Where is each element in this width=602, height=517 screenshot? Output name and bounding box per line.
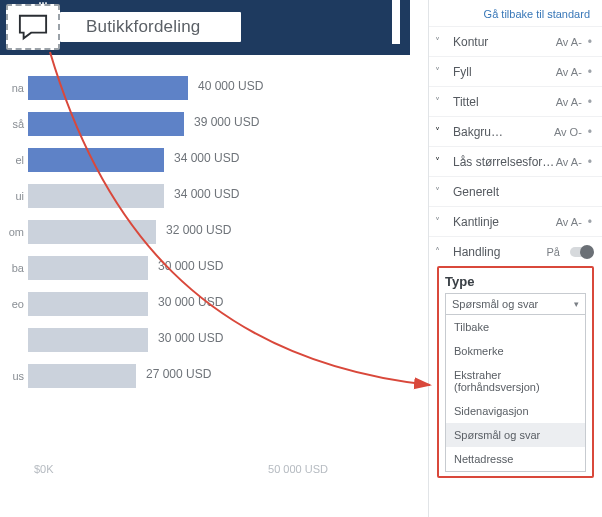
bar-value-label: 27 000 USD bbox=[146, 367, 211, 381]
bar[interactable] bbox=[28, 76, 188, 100]
bar-category-label: ui bbox=[0, 190, 28, 202]
type-selected-label: Spørsmål og svar bbox=[452, 298, 538, 310]
format-section[interactable]: ˅Lås størrelsesfor…Av A-• bbox=[429, 146, 602, 176]
speech-bubble-icon bbox=[18, 13, 48, 41]
bar-row: ui34 000 USD bbox=[0, 178, 370, 214]
bar-value-label: 32 000 USD bbox=[166, 223, 231, 237]
x-axis: $0K 50 000 USD bbox=[28, 463, 368, 475]
chevron-down-icon: ˅ bbox=[435, 216, 449, 227]
bar-wrap: 30 000 USD bbox=[28, 292, 370, 316]
bar-category-label: el bbox=[0, 154, 28, 166]
section-name: Fyll bbox=[453, 65, 556, 79]
report-canvas: Butikkfordeling na40 000 USDså39 000 USD… bbox=[0, 0, 410, 517]
section-name: Kantlinje bbox=[453, 215, 556, 229]
bar[interactable] bbox=[28, 184, 164, 208]
section-state: Av A- bbox=[556, 36, 582, 48]
bar-category-label: om bbox=[0, 226, 28, 238]
bar-value-label: 30 000 USD bbox=[158, 331, 223, 345]
chevron-up-icon: ˄ bbox=[435, 246, 449, 257]
chevron-down-icon: ˅ bbox=[435, 186, 449, 197]
section-name: Bakgru… bbox=[453, 125, 554, 139]
toggle-on[interactable] bbox=[570, 247, 592, 257]
format-section[interactable]: ˅Generelt bbox=[429, 176, 602, 206]
bar-row: om32 000 USD bbox=[0, 214, 370, 250]
chevron-down-icon: ˅ bbox=[435, 36, 449, 47]
action-type-box: Type Spørsmål og svar ▾ TilbakeBokmerkeE… bbox=[437, 266, 594, 478]
state-dot-icon: • bbox=[588, 65, 592, 79]
bar-category-label: ba bbox=[0, 262, 28, 274]
format-panel: Gå tilbake til standard ˅KonturAv A-•˅Fy… bbox=[428, 0, 602, 517]
section-name: Lås størrelsesfor… bbox=[453, 155, 556, 169]
bar-wrap: 34 000 USD bbox=[28, 148, 370, 172]
type-option[interactable]: Ekstraher (forhåndsversjon) bbox=[446, 363, 585, 399]
section-name: Tittel bbox=[453, 95, 556, 109]
bar[interactable] bbox=[28, 328, 148, 352]
section-state: Av A- bbox=[556, 96, 582, 108]
chevron-down-icon: ˅ bbox=[435, 66, 449, 77]
bar[interactable] bbox=[28, 292, 148, 316]
bar-wrap: 39 000 USD bbox=[28, 112, 370, 136]
type-option[interactable]: Nettadresse bbox=[446, 447, 585, 471]
bar[interactable] bbox=[28, 148, 164, 172]
bar-row: eo30 000 USD bbox=[0, 286, 370, 322]
bar-value-label: 40 000 USD bbox=[198, 79, 263, 93]
bar[interactable] bbox=[28, 112, 184, 136]
bar-wrap: 30 000 USD bbox=[28, 256, 370, 280]
reset-to-default-link[interactable]: Gå tilbake til standard bbox=[429, 0, 602, 26]
type-dropdown-menu: TilbakeBokmerkeEkstraher (forhåndsversjo… bbox=[445, 315, 586, 472]
format-section[interactable]: ˅KonturAv A-• bbox=[429, 26, 602, 56]
format-section[interactable]: ˅Bakgru…Av O-• bbox=[429, 116, 602, 146]
visual-title-banner: Butikkfordeling bbox=[60, 12, 241, 42]
bar-value-label: 34 000 USD bbox=[174, 187, 239, 201]
bar-category-label: så bbox=[0, 118, 28, 130]
bar-value-label: 34 000 USD bbox=[174, 151, 239, 165]
section-name: Kontur bbox=[453, 35, 556, 49]
state-dot-icon: • bbox=[588, 95, 592, 109]
section-state: Av A- bbox=[556, 66, 582, 78]
section-name: Handling bbox=[453, 245, 547, 259]
qna-icon-frame[interactable] bbox=[6, 4, 60, 50]
chevron-down-icon: ▾ bbox=[574, 299, 579, 309]
bar-row: 30 000 USD bbox=[0, 322, 370, 358]
state-dot-icon: • bbox=[588, 215, 592, 229]
section-state: Av A- bbox=[556, 216, 582, 228]
type-option[interactable]: Sidenavigasjon bbox=[446, 399, 585, 423]
chevron-down-icon: ˅ bbox=[435, 126, 449, 137]
bar[interactable] bbox=[28, 364, 136, 388]
bar-wrap: 32 000 USD bbox=[28, 220, 370, 244]
type-option[interactable]: Spørsmål og svar bbox=[446, 423, 585, 447]
section-state: På bbox=[547, 246, 560, 258]
format-section[interactable]: ˅KantlinjeAv A-• bbox=[429, 206, 602, 236]
axis-tick-min: $0K bbox=[34, 463, 54, 475]
section-name: Generelt bbox=[453, 185, 592, 199]
bar-category-label: eo bbox=[0, 298, 28, 310]
bar-category-label: na bbox=[0, 82, 28, 94]
bar-row: ba30 000 USD bbox=[0, 250, 370, 286]
section-state: Av A- bbox=[556, 156, 582, 168]
bar[interactable] bbox=[28, 256, 148, 280]
type-header: Type bbox=[445, 274, 586, 289]
bar-wrap: 30 000 USD bbox=[28, 328, 370, 352]
bar-row: na40 000 USD bbox=[0, 70, 370, 106]
axis-tick-max: 50 000 USD bbox=[268, 463, 328, 475]
type-select[interactable]: Spørsmål og svar ▾ bbox=[445, 293, 586, 315]
visual-title: Butikkfordeling bbox=[86, 17, 201, 37]
section-state: Av O- bbox=[554, 126, 582, 138]
format-section[interactable]: ˅FyllAv A-• bbox=[429, 56, 602, 86]
type-option[interactable]: Bokmerke bbox=[446, 339, 585, 363]
bar[interactable] bbox=[28, 220, 156, 244]
bar-chart: na40 000 USDså39 000 USDel34 000 USDui34… bbox=[0, 70, 370, 394]
bar-value-label: 39 000 USD bbox=[194, 115, 259, 129]
bar-row: el34 000 USD bbox=[0, 142, 370, 178]
type-option[interactable]: Tilbake bbox=[446, 315, 585, 339]
bar-row: us27 000 USD bbox=[0, 358, 370, 394]
bar-row: så39 000 USD bbox=[0, 106, 370, 142]
bar-value-label: 30 000 USD bbox=[158, 295, 223, 309]
format-section[interactable]: ˄HandlingPå bbox=[429, 236, 602, 266]
bar-wrap: 27 000 USD bbox=[28, 364, 370, 388]
state-dot-icon: • bbox=[588, 155, 592, 169]
format-section[interactable]: ˅TittelAv A-• bbox=[429, 86, 602, 116]
scroll-slit bbox=[392, 0, 400, 44]
bar-value-label: 30 000 USD bbox=[158, 259, 223, 273]
bar-category-label: us bbox=[0, 370, 28, 382]
